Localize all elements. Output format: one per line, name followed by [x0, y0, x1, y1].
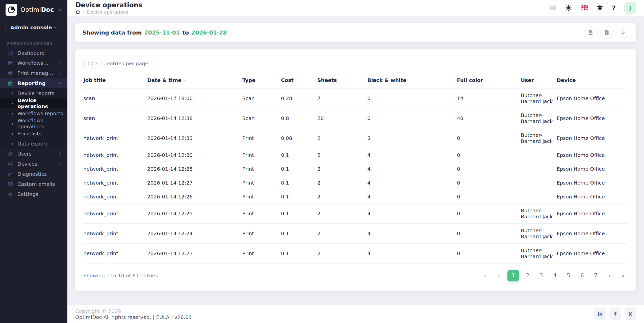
sidebar-item-custom-emails[interactable]: Custom emails [0, 179, 67, 189]
export-excel-button[interactable]: X [600, 26, 613, 39]
table-row[interactable]: network_print 2026-01-14 12:25 Print 0.1… [83, 204, 628, 224]
table-row[interactable]: network_print 2026-01-14 12:28 Print 0.1… [83, 162, 628, 176]
brand-name: OptimiDoc [20, 6, 54, 13]
chevron-right-icon [58, 61, 62, 65]
sidebar-subitem-device-operations[interactable]: Device operations [0, 98, 67, 108]
cell-date-time: 2026-01-14 12:25 [147, 204, 242, 224]
sidebar-item-diagnostics[interactable]: Diagnostics [0, 169, 67, 179]
pagination-page-button[interactable]: 1 [507, 270, 519, 281]
cell-job-title: scan [83, 89, 147, 108]
pagination-page-button[interactable]: 5 [563, 270, 574, 281]
table-row[interactable]: network_print 2026-01-14 12:24 Print 0.1… [83, 224, 628, 244]
content: Showing data from 2025-11-01 to 2026-01-… [67, 16, 644, 305]
cell-device: Epson Home Office [557, 128, 628, 148]
sidebar-item-print-management[interactable]: Print management [0, 68, 67, 78]
x-twitter-icon[interactable]: X [625, 308, 636, 320]
cell-sheets: 2 [317, 128, 367, 148]
sidebar-collapse-icon[interactable]: « [58, 7, 62, 13]
column-header-sheets[interactable]: Sheets [317, 76, 367, 89]
brand-header: OptimiDoc « [0, 0, 67, 19]
table-row[interactable]: network_print 2026-01-14 12:27 Print 0.1… [83, 176, 628, 190]
svg-text:CSV: CSV [589, 33, 592, 34]
table-row[interactable]: network_print 2026-01-14 12:30 Print 0.1… [83, 148, 628, 162]
pagination-page-button[interactable]: 2 [523, 270, 533, 281]
column-header-type[interactable]: Type [242, 76, 281, 89]
cell-sheets: 7 [317, 89, 367, 108]
user-avatar[interactable]: J [624, 2, 636, 14]
table-row[interactable]: scan 2026-01-17 18:00 Scan 0.28 7 0 14 B… [83, 89, 628, 108]
table-row[interactable]: scan 2026-01-14 12:38 Scan 0.8 20 0 40 B… [83, 108, 628, 128]
cell-full-color: 0 [457, 148, 521, 162]
pagination-page-button[interactable]: 6 [577, 270, 587, 281]
sidebar-item-workflows-management[interactable]: Workflows management [0, 58, 67, 68]
graduation-cap-icon[interactable] [596, 4, 603, 11]
export-csv-button[interactable]: CSV [584, 26, 597, 39]
pagination-next-button[interactable]: › [604, 270, 614, 281]
table-row[interactable]: network_print 2026-01-14 12:33 Print 0.0… [83, 128, 628, 148]
cell-black-white: 4 [367, 176, 457, 190]
sidebar-item-devices[interactable]: Devices [0, 159, 67, 169]
table-row[interactable]: network_print 2026-01-14 12:23 Print 0.1… [83, 244, 628, 263]
pagination-prev-button[interactable]: ‹ [494, 270, 504, 281]
optimidoc-logo-icon[interactable] [6, 4, 17, 16]
collapse-panel-button[interactable] [616, 26, 629, 39]
page-title: Device operations [75, 1, 142, 9]
cell-date-time: 2026-01-14 12:33 [147, 128, 242, 148]
table-row[interactable]: network_print 2026-01-14 12:26 Print 0.1… [83, 190, 628, 204]
sidebar-subitem-workflows-operations[interactable]: Workflows operations [0, 119, 67, 129]
chevron-down-icon [58, 81, 62, 85]
column-header-user[interactable]: User [521, 76, 557, 89]
sidebar-subitem-label: Workflows reports [17, 110, 63, 116]
sidebar-item-reporting[interactable]: Reporting [0, 78, 67, 88]
facebook-icon[interactable]: f [609, 308, 621, 320]
language-flag-icon[interactable] [581, 4, 588, 11]
cell-cost: 0.8 [281, 108, 317, 128]
cell-user: Butcher-Barnard Jack [521, 108, 557, 128]
column-header-date-time[interactable]: Date & time [147, 76, 242, 89]
help-icon[interactable]: ? [612, 4, 616, 12]
cell-date-time: 2026-01-14 12:23 [147, 244, 242, 263]
sidebar-item-settings[interactable]: Settings [0, 189, 67, 199]
column-header-job-title[interactable]: Job title [83, 76, 147, 89]
column-header-full-color[interactable]: Full color [457, 76, 521, 89]
export-actions: CSV X [584, 26, 629, 39]
sidebar-item-label: Reporting [17, 80, 54, 86]
home-icon[interactable] [75, 10, 80, 14]
pagination-page-button[interactable]: 3 [536, 270, 546, 281]
sidebar-subitem-price-lists[interactable]: Price lists [0, 129, 67, 139]
sidebar-item-dashboard[interactable]: Dashboard [0, 48, 67, 58]
sidebar-subitem-label: Device operations [17, 97, 67, 109]
pagination-page-button[interactable]: 7 [591, 270, 601, 281]
column-header-device[interactable]: Device [557, 76, 628, 89]
admin-console-select[interactable]: Admin console [6, 22, 62, 33]
pagination-last-button[interactable]: » [618, 270, 628, 281]
date-to[interactable]: 2026-01-28 [191, 30, 227, 36]
cell-user [521, 162, 557, 176]
sun-icon[interactable] [565, 4, 572, 11]
cell-device: Epson Home Office [557, 204, 628, 224]
chevron-right-icon [58, 162, 62, 166]
date-from[interactable]: 2025-11-01 [144, 30, 180, 36]
sidebar-subitem-device-reports[interactable]: Device reports [0, 88, 67, 98]
cell-job-title: scan [83, 108, 147, 128]
column-header-cost[interactable]: Cost [281, 76, 317, 89]
sidebar-subitem-workflows-reports[interactable]: Workflows reports [0, 108, 67, 119]
cell-black-white: 4 [367, 190, 457, 204]
sidebar-item-users[interactable]: Users [0, 149, 67, 159]
cell-device: Epson Home Office [557, 176, 628, 190]
linkedin-icon[interactable]: in [594, 308, 606, 320]
sidebar-subitem-data-export[interactable]: Data export [0, 139, 67, 149]
sidebar: OptimiDoc « Admin console FORESTCHURCHES… [0, 0, 67, 323]
column-header-black-white[interactable]: Black & white [367, 76, 457, 89]
cell-user: Butcher-Barnard Jack [521, 89, 557, 108]
table-header-row: Job title Date & time Type Cost Sheets B… [83, 76, 628, 89]
page-size-select[interactable]: 10 [83, 58, 102, 69]
chat-icon[interactable] [549, 4, 556, 11]
copyright-text: OptimiDoc All rights reserved. | EULA | … [75, 314, 192, 320]
app-root: OptimiDoc « Admin console FORESTCHURCHES… [0, 0, 644, 323]
envelope-icon [7, 181, 13, 187]
pagination-page-button[interactable]: 4 [550, 270, 560, 281]
pagination-first-button[interactable]: « [480, 270, 490, 281]
cell-sheets: 2 [317, 204, 367, 224]
cell-black-white: 3 [367, 128, 457, 148]
